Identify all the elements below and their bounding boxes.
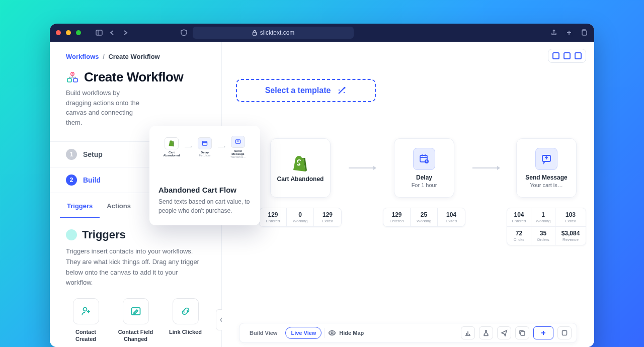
breadcrumb: Workflows / Create Workflow: [66, 53, 205, 60]
grid-icon: [575, 52, 582, 59]
contact-field-changed-icon: [123, 298, 149, 324]
share-icon[interactable]: [550, 29, 558, 37]
contact-created-icon: [73, 298, 99, 324]
chart-icon-button[interactable]: [461, 326, 475, 339]
step-label: Build: [83, 176, 101, 184]
shield-icon[interactable]: [180, 29, 188, 37]
page-subtitle: Build workflows by dragging actions onto…: [66, 88, 141, 127]
node-stats: 104Entered 1Working 103Exited 72Clicks 3…: [507, 208, 586, 245]
trigger-label: Contact Created: [66, 328, 106, 343]
window-close-dot[interactable]: [56, 30, 61, 35]
link-clicked-icon: [173, 298, 199, 324]
mini-arrow: [218, 147, 225, 147]
tab-triggers[interactable]: Triggers: [60, 195, 100, 218]
select-template-label: Select a template: [265, 86, 331, 95]
svg-point-13: [331, 332, 333, 334]
mini-shopify-icon: [165, 137, 179, 149]
page-title: Create Workflow: [84, 69, 183, 85]
new-tab-icon[interactable]: [565, 29, 573, 37]
window-min-dot[interactable]: [66, 30, 71, 35]
step-number: 1: [66, 149, 77, 160]
window-max-dot[interactable]: [76, 30, 81, 35]
select-template-button[interactable]: Select a template: [236, 79, 376, 102]
url-box[interactable]: slicktext.com: [193, 27, 354, 39]
node-subtitle: Your cart is…: [530, 182, 563, 188]
hide-map-button[interactable]: Hide Map: [328, 329, 364, 337]
mini-delay-icon: [198, 137, 212, 149]
svg-rect-15: [562, 331, 567, 335]
svg-rect-14: [521, 331, 525, 335]
node-cart-abandoned[interactable]: Cart Abandoned: [270, 138, 331, 198]
svg-rect-16: [203, 141, 207, 145]
grid-icon: [552, 52, 559, 59]
popover-title: Abandoned Cart Flow: [158, 186, 251, 194]
flow-row: Cart Abandoned 129Entered 0Working 129Ex…: [259, 138, 586, 245]
tab-actions[interactable]: Actions: [100, 195, 138, 218]
calendar-clock-icon: [413, 148, 435, 170]
send-icon-button[interactable]: [497, 326, 511, 339]
section-desc: Triggers insert contacts into your workf…: [66, 246, 205, 288]
send-message-icon: [535, 148, 557, 170]
grid-icon: [564, 52, 571, 59]
popover-desc: Send texts based on cart value, to peopl…: [158, 197, 251, 215]
forward-icon[interactable]: [121, 29, 129, 37]
svg-rect-7: [73, 78, 77, 82]
triggers-dot-icon: [66, 229, 77, 240]
mini-message-icon: [231, 136, 245, 148]
trigger-contact-field-changed[interactable]: Contact Field Changed: [116, 298, 155, 343]
trigger-list: Contact Created Contact Field Changed Li…: [66, 298, 205, 343]
live-view-button[interactable]: Live View: [285, 327, 321, 339]
view-mode-switch[interactable]: [548, 49, 586, 63]
section-title: Triggers: [82, 228, 126, 241]
popover-preview: Cart Abandoned Delay For 1 hour Send Mes…: [158, 133, 251, 164]
trigger-link-clicked[interactable]: Link Clicked: [166, 298, 205, 343]
trigger-label: Contact Field Changed: [116, 328, 155, 343]
browser-titlebar: slicktext.com: [50, 24, 594, 42]
node-title: Send Message: [525, 174, 567, 181]
node-delay[interactable]: Delay For 1 hour: [394, 138, 454, 198]
svg-point-5: [72, 73, 73, 74]
node-send-message[interactable]: Send Message Your cart is…: [516, 138, 577, 198]
template-popover[interactable]: Cart Abandoned Delay For 1 hour Send Mes…: [149, 126, 260, 225]
back-icon[interactable]: [108, 29, 116, 37]
bottom-toolbar: Build View Live View Hide Map: [239, 323, 577, 343]
workflow-icon: [66, 71, 79, 84]
breadcrumb-current: Create Workflow: [108, 53, 159, 60]
wand-icon: [337, 85, 347, 96]
step-number: 2: [66, 175, 77, 186]
svg-rect-6: [67, 78, 71, 82]
flask-icon-button[interactable]: [479, 326, 493, 339]
sidebar-toggle-icon[interactable]: [95, 29, 103, 37]
copy-icon-button[interactable]: [515, 326, 529, 339]
mini-arrow: [185, 147, 192, 147]
lock-icon: [252, 30, 257, 36]
browser-window: slicktext.com Workflows / Create Workflo…: [50, 24, 594, 347]
node-title: Delay: [416, 174, 432, 181]
add-button[interactable]: [533, 326, 553, 339]
svg-rect-2: [253, 32, 256, 35]
node-stats: 129Entered 25Working 104Exited: [383, 208, 465, 227]
node-subtitle: For 1 hour: [412, 182, 437, 188]
breadcrumb-sep: /: [103, 53, 105, 60]
trigger-contact-created[interactable]: Contact Created: [66, 298, 106, 343]
svg-point-8: [83, 308, 87, 311]
trigger-label: Link Clicked: [166, 328, 205, 335]
shopify-icon: [291, 153, 309, 176]
flow-arrow: [349, 167, 376, 168]
eye-icon: [328, 329, 336, 337]
flow-arrow: [472, 167, 500, 168]
tabs-icon[interactable]: [580, 29, 588, 37]
fullscreen-icon-button[interactable]: [557, 326, 572, 339]
svg-rect-3: [582, 31, 587, 35]
node-title: Cart Abandoned: [277, 176, 324, 183]
build-view-button[interactable]: Build View: [245, 327, 282, 338]
step-label: Setup: [83, 150, 103, 158]
app-body: Workflows / Create Workflow C: [50, 42, 594, 347]
url-text: slicktext.com: [260, 29, 295, 36]
svg-rect-0: [96, 30, 102, 35]
workflow-canvas[interactable]: Select a template: [222, 42, 594, 347]
breadcrumb-root[interactable]: Workflows: [66, 53, 99, 60]
node-stats: 129Entered 0Working 129Exited: [259, 208, 342, 227]
